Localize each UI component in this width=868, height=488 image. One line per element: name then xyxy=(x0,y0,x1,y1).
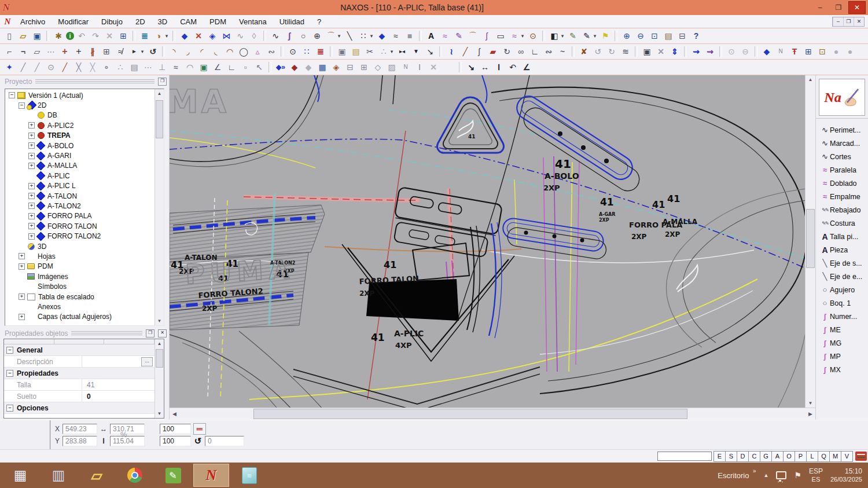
link-curves[interactable]: ∞ xyxy=(514,46,527,58)
tree-item[interactable]: 3D xyxy=(5,241,155,251)
toolbox-item[interactable]: ○ Agujero xyxy=(820,283,868,296)
tree-item[interactable]: + FORRO TALON xyxy=(5,221,155,231)
piece-remove[interactable]: ◆ xyxy=(288,61,301,74)
double-wave[interactable]: ≈ xyxy=(170,61,182,74)
toolbox-item[interactable]: ʃ Numer... xyxy=(820,310,868,323)
measure-diagonal[interactable]: ↘ xyxy=(465,61,477,74)
piece-open[interactable]: ◈ xyxy=(206,30,219,42)
letter-key[interactable]: D xyxy=(737,451,749,462)
measure-angle[interactable]: ∠ xyxy=(520,61,533,74)
scroll-up-icon[interactable]: ▲ xyxy=(155,339,164,348)
paste[interactable]: ▤ xyxy=(350,46,362,58)
tree-expander-icon[interactable]: + xyxy=(28,183,35,189)
tree-item[interactable]: Imágenes xyxy=(5,271,155,281)
letter-key[interactable]: S xyxy=(725,451,737,462)
tree-item[interactable]: + TREPA xyxy=(5,131,155,141)
menu-item[interactable]: 3D xyxy=(153,16,173,27)
scale-x-field[interactable]: 100 xyxy=(160,424,191,434)
select-arrow[interactable]: ↖ xyxy=(253,61,266,74)
zoom-out-disabled[interactable]: ⊖ xyxy=(739,46,752,58)
menu-item[interactable]: Ventana xyxy=(234,16,272,27)
letter-key[interactable]: M xyxy=(829,451,841,462)
tilde-line[interactable]: ~ xyxy=(556,46,569,58)
parallel-wave[interactable]: ≈ xyxy=(439,30,451,42)
blob-right[interactable]: ● xyxy=(844,46,856,58)
color-palette[interactable]: ◑ xyxy=(152,30,165,42)
flag-pen[interactable]: ⚑ xyxy=(599,30,612,42)
properties-scrollbar[interactable]: ▲ ▼ xyxy=(155,339,164,418)
point-on-line[interactable]: ╱ xyxy=(58,61,71,74)
mdi-minimize[interactable]: – xyxy=(833,17,843,26)
copy[interactable]: ▣ xyxy=(336,46,348,58)
tree-item[interactable]: + A-BOLO xyxy=(5,141,155,151)
arc-sw[interactable]: ◟ xyxy=(209,46,222,58)
center-circle[interactable]: ⊙ xyxy=(45,61,57,74)
tree-expander-icon[interactable]: + xyxy=(28,153,35,159)
tree-expander-icon[interactable] xyxy=(28,112,35,119)
s-curve[interactable]: ∾ xyxy=(265,46,278,58)
scale-rows[interactable]: ≣ xyxy=(314,46,327,58)
menu-item[interactable]: Utilidad xyxy=(274,16,310,27)
taskbar-calculator[interactable] xyxy=(2,464,38,487)
tree-item[interactable]: + Tabla de escalado xyxy=(5,292,155,302)
tree-expander-icon[interactable]: + xyxy=(19,314,25,320)
arc-nw[interactable]: ◜ xyxy=(196,46,208,58)
closed-curve[interactable]: ◠ xyxy=(183,61,196,74)
tree-expander-icon[interactable]: + xyxy=(28,193,35,199)
tree-expander-icon[interactable]: + xyxy=(19,253,25,259)
toolbox-item[interactable]: ʃ ME xyxy=(820,323,868,336)
zoom-disabled[interactable]: ⊙ xyxy=(725,46,738,58)
text-tool[interactable]: A xyxy=(425,30,437,42)
tree-expander-icon[interactable]: − xyxy=(9,92,15,98)
cad-drawing[interactable]: 41 A-BOLO 2XP 41 A-GAR 2XP 41 41 FORRO P… xyxy=(170,75,805,408)
toolbox-item[interactable]: ╲ Eje de s... xyxy=(820,256,868,270)
undo[interactable]: ↶ xyxy=(75,30,88,42)
shelf[interactable]: ◊ xyxy=(248,30,260,42)
arc-curve[interactable]: ⌒ xyxy=(466,30,479,42)
corner-out[interactable]: ¬ xyxy=(17,46,30,58)
rotation-field[interactable]: 0 xyxy=(205,436,244,446)
apply-curve[interactable]: ⇝ xyxy=(690,46,703,58)
tree-item[interactable]: + A-PLIC L xyxy=(5,181,155,191)
blob-left[interactable]: ● xyxy=(830,46,843,58)
dropdown[interactable]: ▾ xyxy=(369,30,374,42)
width-field[interactable]: 310.71 xyxy=(110,424,145,434)
properties-scroll-thumb[interactable] xyxy=(156,349,163,368)
dropdown[interactable]: ▾ xyxy=(389,46,395,58)
y-coordinate-field[interactable]: 283.88 xyxy=(62,436,97,446)
property-group-opciones[interactable]: − Opciones xyxy=(4,402,155,414)
taskbar-windows-libraries[interactable] xyxy=(41,464,76,487)
clock[interactable]: 15:10 26/03/2025 xyxy=(830,468,862,483)
menu-item[interactable]: Modificar xyxy=(53,16,94,27)
scroll-down-icon[interactable]: ▼ xyxy=(806,399,815,408)
letter-key[interactable]: O xyxy=(783,451,795,462)
toolbox-item[interactable]: ≈ Paralela xyxy=(820,163,868,177)
apply-curve-alt[interactable]: ⇝ xyxy=(704,46,716,58)
arc-top[interactable]: ◠ xyxy=(223,46,236,58)
t-handles[interactable]: Ŧ xyxy=(788,46,801,58)
mdi-close[interactable]: ✕ xyxy=(854,17,864,26)
spiral-tool[interactable]: ▵ xyxy=(251,46,264,58)
arrow-snap[interactable]: ► xyxy=(128,46,141,58)
cut-scissors[interactable]: ✂ xyxy=(363,46,376,58)
dropdown[interactable]: ▾ xyxy=(520,30,525,42)
property-row-suelto[interactable]: Suelto 0 xyxy=(4,391,155,402)
canvas-hscroll-thumb[interactable] xyxy=(253,409,687,419)
pen-tool[interactable]: ✎ xyxy=(453,30,465,42)
mdi-restore[interactable]: ❐ xyxy=(843,17,854,26)
collapse-icon[interactable]: − xyxy=(6,347,13,354)
arrange-vertical[interactable]: ⇕ xyxy=(668,46,681,58)
list-options-button[interactable]: ≔ xyxy=(193,423,206,435)
delete-disabled[interactable]: ✕ xyxy=(427,61,440,74)
wave-pair[interactable]: ≈ xyxy=(389,30,402,42)
tree-item[interactable]: + Hojas xyxy=(5,251,155,261)
tree-expander-icon[interactable] xyxy=(19,303,25,310)
tree-expander-icon[interactable]: + xyxy=(28,213,35,219)
node-tool[interactable]: ∷ xyxy=(357,30,370,42)
tree-item[interactable]: DB xyxy=(5,111,155,120)
panel-float-button[interactable]: ❐ xyxy=(158,78,167,86)
save[interactable]: ▣ xyxy=(31,30,43,42)
rotate-point[interactable]: ⊙ xyxy=(527,30,539,42)
letter-key[interactable]: P xyxy=(795,451,807,462)
delete[interactable]: ✕ xyxy=(103,30,116,42)
